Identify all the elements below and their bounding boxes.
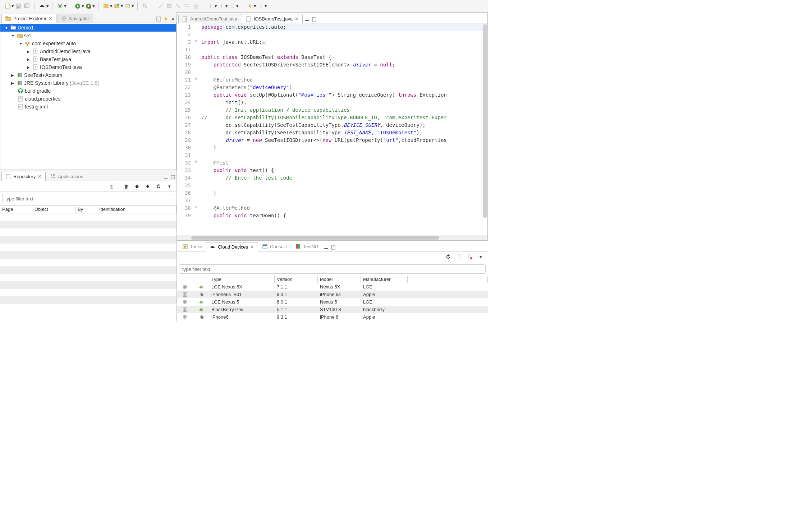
repo-table-header[interactable]: Page Object By Identification bbox=[0, 205, 176, 213]
trash-icon[interactable] bbox=[123, 183, 130, 190]
back-icon[interactable] bbox=[246, 2, 254, 10]
refresh-icon[interactable] bbox=[155, 183, 162, 190]
tree-jre-lib[interactable]: ▶ JRE System Library [JavaSE-1.8] bbox=[0, 79, 176, 87]
tree-src[interactable]: ▼ src bbox=[0, 32, 176, 40]
tree-gradle[interactable]: build.gradle bbox=[0, 87, 176, 95]
close-icon[interactable]: ✕ bbox=[49, 16, 52, 21]
save-all-icon[interactable] bbox=[23, 2, 31, 10]
cloud-devices-tab[interactable]: Cloud Devices ✕ bbox=[206, 242, 258, 251]
device-row[interactable]: LGE Nexus 5X7.1.1Nexus 5XLGE bbox=[177, 283, 488, 291]
twisty-closed-icon[interactable]: ▶ bbox=[27, 57, 31, 61]
new-class-icon[interactable] bbox=[113, 2, 121, 10]
main-toolbar: ▾ ▾ ▾ ▾ ▾ ▾ ▾ ▾ ▾ ▾ ▾ ▾ ▾ bbox=[0, 0, 488, 12]
device-row[interactable]: iPhone69.3.1iPhone 6Apple bbox=[177, 313, 488, 321]
tree-file-android[interactable]: ▶ J AndroidDemoTest.java bbox=[0, 47, 176, 55]
forward-icon[interactable] bbox=[257, 2, 265, 10]
new-type-icon[interactable] bbox=[124, 2, 132, 10]
tree-file-base[interactable]: ▶ J BaseTest.java bbox=[0, 55, 176, 63]
svg-rect-55 bbox=[171, 175, 175, 179]
up-arrow-icon[interactable] bbox=[133, 183, 141, 190]
new-icon[interactable] bbox=[4, 2, 12, 10]
task3-icon[interactable] bbox=[183, 2, 191, 10]
testng-tab[interactable]: TestNG bbox=[291, 242, 322, 251]
fold-column[interactable]: ⊕⊖⊖⊖ bbox=[194, 23, 198, 235]
applications-tab[interactable]: Applications bbox=[46, 172, 87, 181]
user-icon[interactable] bbox=[108, 183, 115, 190]
run-last-icon[interactable] bbox=[84, 2, 92, 10]
view-menu-icon[interactable]: ▾ bbox=[169, 15, 176, 23]
navigator-tab[interactable]: Navigator bbox=[57, 14, 93, 23]
maximize-icon[interactable] bbox=[330, 244, 337, 251]
twisty-open-icon[interactable]: ▼ bbox=[11, 34, 15, 38]
java-file-icon: J bbox=[182, 16, 188, 22]
code-editor[interactable]: 1231718192021222324252627282930313233343… bbox=[177, 23, 487, 235]
tasks-tab[interactable]: Tasks bbox=[178, 242, 206, 251]
minimize-icon[interactable] bbox=[322, 244, 330, 251]
wizard-icon[interactable] bbox=[157, 2, 165, 10]
device-version: 5.1.1 bbox=[275, 307, 318, 312]
project-explorer-tab[interactable]: Project Explorer ✕ bbox=[1, 14, 56, 23]
devices-filter-input[interactable] bbox=[179, 264, 486, 274]
view-menu-icon[interactable]: ▾ bbox=[166, 183, 173, 190]
editor-hscrollbar[interactable] bbox=[177, 235, 487, 240]
tree-testng-xml[interactable]: x testng.xml bbox=[0, 103, 176, 111]
twisty-open-icon[interactable]: ▼ bbox=[19, 42, 23, 46]
project-explorer-tree[interactable]: ▼ Demo1 ▼ src ▼ com.experitest.auto ▶ J bbox=[0, 23, 176, 170]
close-icon[interactable]: ✕ bbox=[250, 244, 254, 250]
svg-rect-40 bbox=[19, 73, 20, 77]
run-icon[interactable] bbox=[74, 2, 82, 10]
new-package-icon[interactable] bbox=[102, 2, 110, 10]
tree-cloud-props[interactable]: cloud.properties bbox=[0, 95, 176, 103]
pin3-icon[interactable] bbox=[228, 2, 236, 10]
device-row[interactable]: iPhone6s_B019.3.1iPhone 6sApple bbox=[177, 291, 488, 298]
device-row[interactable]: BlackBerry Priv5.1.1STV100-3blackberry bbox=[177, 306, 488, 313]
down-arrow-icon[interactable] bbox=[144, 183, 151, 190]
pin-icon[interactable] bbox=[207, 2, 215, 10]
tasks-icon bbox=[182, 244, 188, 249]
line-numbers: 1231718192021222324252627282930313233343… bbox=[182, 23, 194, 235]
close-icon[interactable]: ✕ bbox=[38, 174, 42, 179]
repo-table-body[interactable] bbox=[0, 213, 176, 311]
maximize-icon[interactable] bbox=[169, 174, 176, 181]
phone-icon[interactable] bbox=[455, 253, 463, 260]
twisty-closed-icon[interactable]: ▶ bbox=[11, 73, 15, 77]
devices-table-header[interactable]: Type Version Model Manufacturer bbox=[177, 276, 488, 283]
minimize-icon[interactable] bbox=[303, 16, 311, 23]
refresh-icon[interactable] bbox=[445, 253, 452, 260]
editor-tab-ios[interactable]: J IOSDemoTest.java ✕ bbox=[242, 14, 303, 23]
save-icon[interactable] bbox=[14, 2, 22, 10]
link-editor-icon[interactable] bbox=[162, 15, 169, 23]
svg-text:J: J bbox=[35, 57, 36, 61]
tree-seetest-lib[interactable]: ▶ SeeTest+Appium bbox=[0, 71, 176, 79]
minimize-icon[interactable] bbox=[162, 174, 169, 181]
grid-icon bbox=[177, 307, 193, 313]
tree-package[interactable]: ▼ com.experitest.auto bbox=[0, 40, 176, 47]
pin2-icon[interactable] bbox=[217, 2, 225, 10]
view-menu-icon[interactable]: ▾ bbox=[477, 253, 484, 260]
console-tab[interactable]: Console bbox=[258, 242, 291, 251]
maximize-icon[interactable] bbox=[311, 16, 318, 23]
close-icon[interactable]: ✕ bbox=[295, 16, 299, 22]
devices-table-body[interactable]: LGE Nexus 5X7.1.1Nexus 5XLGEiPhone6s_B01… bbox=[177, 283, 488, 321]
search-icon[interactable] bbox=[141, 2, 149, 10]
tree-file-ios[interactable]: ▶ J IOSDemoTest.java bbox=[0, 63, 176, 71]
svg-rect-51 bbox=[53, 174, 55, 176]
tree-project[interactable]: ▼ Demo1 bbox=[0, 24, 176, 32]
twisty-open-icon[interactable]: ▼ bbox=[5, 26, 9, 30]
repo-filter-input[interactable] bbox=[2, 194, 174, 203]
repository-tab[interactable]: Repository ✕ bbox=[1, 172, 46, 181]
cloud-icon[interactable] bbox=[38, 2, 46, 10]
debug-icon[interactable] bbox=[56, 2, 64, 10]
editor-tab-android[interactable]: J AndroidDemoTest.java bbox=[178, 14, 241, 23]
twisty-closed-icon[interactable]: ▶ bbox=[11, 81, 15, 85]
collapse-all-icon[interactable] bbox=[155, 15, 162, 23]
phone-disconnect-icon[interactable] bbox=[466, 253, 473, 260]
code-content[interactable]: package com.experitest.auto; import java… bbox=[198, 23, 487, 235]
twisty-closed-icon[interactable]: ▶ bbox=[27, 50, 31, 54]
task-icon[interactable] bbox=[165, 2, 173, 10]
task2-icon[interactable] bbox=[174, 2, 182, 10]
twisty-closed-icon[interactable]: ▶ bbox=[27, 65, 31, 69]
editor-vscrollbar[interactable] bbox=[483, 24, 487, 225]
task4-icon[interactable] bbox=[191, 2, 199, 10]
device-row[interactable]: LGE Nexus 56.0.1Nexus 5LGE bbox=[177, 298, 488, 306]
